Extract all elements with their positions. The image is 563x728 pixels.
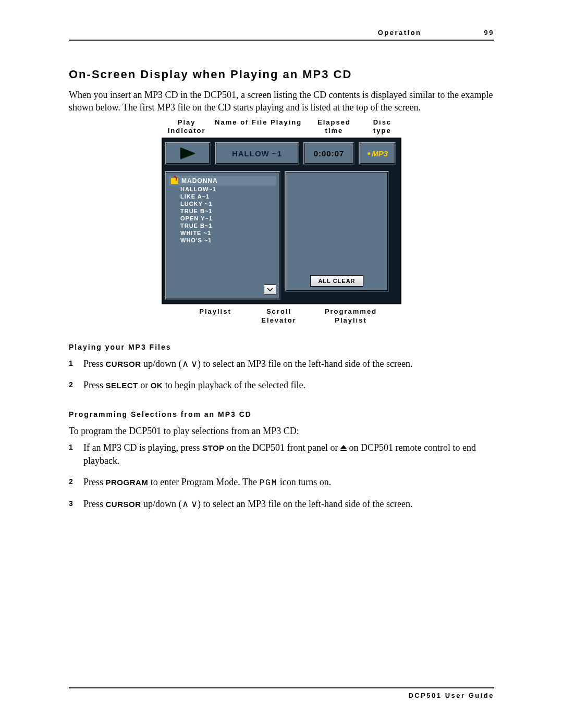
- folder-row: MADONNA: [169, 176, 276, 186]
- label-elapsed-time: Elapsed time: [305, 118, 363, 136]
- osd-panel: HALLOW ~1 0:00:07 ●MP3 MADONNA HALLOW~1 …: [162, 138, 401, 304]
- programming-intro: To program the DCP501 to play selections…: [69, 425, 494, 437]
- folder-name: MADONNA: [181, 177, 218, 184]
- list-item: 3 Press CURSOR up/down (∧ ∨) to select a…: [69, 498, 494, 511]
- folder-icon: [171, 178, 178, 184]
- elapsed-time-box: 0:00:07: [303, 142, 354, 165]
- label-file-playing: Name of File Playing: [212, 118, 305, 136]
- key-select: SELECT: [106, 381, 138, 390]
- play-indicator-box: [165, 142, 211, 165]
- page-content: On-Screen Display when Playing an MP3 CD…: [69, 68, 494, 519]
- list-item: TRUE B~1: [169, 207, 276, 215]
- step-number: 1: [69, 357, 83, 371]
- playlist-box: MADONNA HALLOW~1 LIKE A~1 LUCKY ~1 TRUE …: [165, 171, 280, 300]
- page-header: Operation 99: [69, 29, 494, 41]
- label-playlist: Playlist: [182, 307, 248, 325]
- list-item: WHITE ~1: [169, 229, 276, 237]
- step-text: Press PROGRAM to enter Program Mode. The…: [83, 476, 494, 489]
- step-number: 2: [69, 379, 83, 392]
- step-text: Press SELECT or OK to begin playback of …: [83, 379, 494, 392]
- playing-steps: 1 Press CURSOR up/down (∧ ∨) to select a…: [69, 357, 494, 392]
- step-text: If an MP3 CD is playing, press STOP on t…: [83, 441, 494, 467]
- list-item: WHO'S ~1: [169, 237, 276, 244]
- label-scroll-elevator: Scroll Elevator: [248, 307, 310, 325]
- header-page-number: 99: [484, 29, 494, 36]
- programmed-playlist-box: ALL CLEAR: [285, 171, 389, 292]
- list-item: 2 Press SELECT or OK to begin playback o…: [69, 379, 494, 392]
- document-page: Operation 99 On-Screen Display when Play…: [0, 0, 563, 728]
- key-program: PROGRAM: [106, 478, 149, 487]
- list-item: 1 Press CURSOR up/down (∧ ∨) to select a…: [69, 357, 494, 371]
- figure-top-labels: Play Indicator Name of File Playing Elap…: [162, 118, 401, 136]
- step-text: Press CURSOR up/down (∧ ∨) to select an …: [83, 498, 494, 511]
- label-programmed-playlist: Programmed Playlist: [310, 307, 392, 325]
- header-section: Operation: [378, 29, 422, 36]
- list-item: HALLOW~1: [169, 186, 276, 193]
- section-title: On-Screen Display when Playing an MP3 CD: [69, 68, 494, 81]
- pgm-icon-label: PGM: [259, 478, 277, 488]
- list-item: 2 Press PROGRAM to enter Program Mode. T…: [69, 476, 494, 489]
- intro-paragraph: When you insert an MP3 CD in the DCP501,…: [69, 89, 494, 114]
- list-item: OPEN Y~1: [169, 215, 276, 222]
- key-stop: STOP: [202, 443, 225, 452]
- label-disc-type: Disc type: [363, 118, 401, 136]
- page-footer: DCP501 User Guide: [69, 687, 494, 699]
- scroll-elevator: [264, 285, 276, 295]
- figure-bottom-labels: Playlist Scroll Elevator Programmed Play…: [162, 307, 401, 325]
- label-play-indicator: Play Indicator: [162, 118, 212, 136]
- key-cursor: CURSOR: [106, 360, 141, 368]
- disc-type-box: ●MP3: [359, 142, 396, 165]
- eject-icon: [340, 445, 347, 451]
- footer-text: DCP501 User Guide: [408, 692, 494, 699]
- list-item: LUCKY ~1: [169, 200, 276, 207]
- list-item: TRUE B~1: [169, 222, 276, 229]
- now-playing-box: HALLOW ~1: [215, 142, 299, 165]
- chevron-down-icon: [267, 288, 273, 292]
- play-icon: [180, 147, 195, 159]
- disc-type-label: MP3: [372, 149, 388, 158]
- step-text: Press CURSOR up/down (∧ ∨) to select an …: [83, 357, 494, 371]
- step-number: 2: [69, 476, 83, 489]
- subheading-programming: Programming Selections from an MP3 CD: [69, 410, 494, 418]
- all-clear-button: ALL CLEAR: [310, 275, 363, 287]
- disc-icon: ●: [367, 150, 371, 157]
- step-number: 3: [69, 498, 83, 511]
- programming-steps: 1 If an MP3 CD is playing, press STOP on…: [69, 441, 494, 511]
- key-ok: OK: [151, 381, 163, 390]
- list-item: 1 If an MP3 CD is playing, press STOP on…: [69, 441, 494, 467]
- list-item: LIKE A~1: [169, 193, 276, 200]
- subheading-playing: Playing your MP3 Files: [69, 343, 494, 351]
- osd-figure: Play Indicator Name of File Playing Elap…: [162, 118, 401, 326]
- key-cursor: CURSOR: [106, 500, 141, 509]
- step-number: 1: [69, 441, 83, 467]
